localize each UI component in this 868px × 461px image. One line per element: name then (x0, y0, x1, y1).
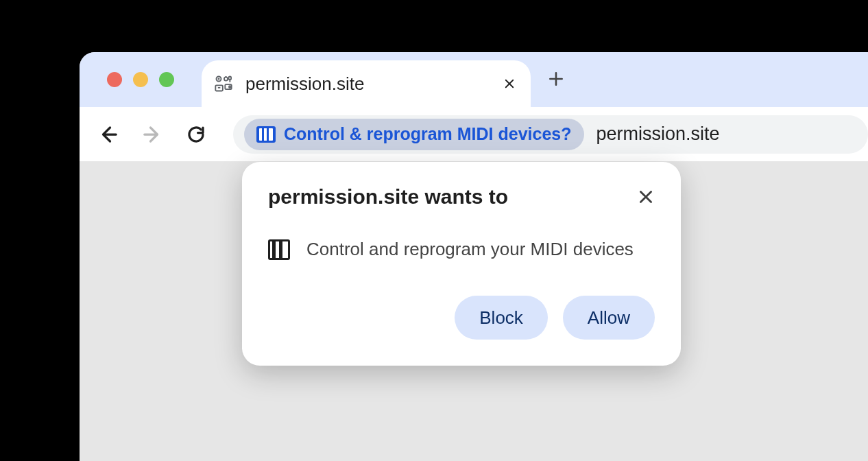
close-tab-button[interactable] (501, 75, 518, 93)
window-controls (107, 72, 174, 87)
block-button[interactable]: Block (455, 296, 548, 340)
permission-chip-label: Control & reprogram MIDI devices? (284, 124, 572, 144)
forward-button[interactable] (140, 122, 165, 147)
midi-icon (268, 239, 290, 260)
tab-title: permission.site (245, 73, 488, 95)
permission-popup: permission.site wants to Control and rep… (242, 162, 681, 366)
browser-window: permission.site (80, 52, 868, 461)
permission-chip[interactable]: Control & reprogram MIDI devices? (244, 119, 584, 150)
svg-point-2 (224, 77, 228, 80)
allow-button[interactable]: Allow (563, 296, 655, 340)
tab-strip: permission.site (80, 52, 868, 107)
svg-point-6 (229, 86, 231, 88)
site-permissions-icon (214, 74, 233, 93)
browser-tab[interactable]: permission.site (202, 60, 531, 107)
close-window-button[interactable] (107, 72, 122, 87)
maximize-window-button[interactable] (159, 72, 174, 87)
midi-icon (256, 126, 276, 143)
url-text: permission.site (596, 123, 720, 145)
popup-title: permission.site wants to (268, 185, 508, 209)
address-bar[interactable]: Control & reprogram MIDI devices? permis… (233, 115, 868, 154)
toolbar: Control & reprogram MIDI devices? permis… (80, 107, 868, 162)
close-icon[interactable] (637, 188, 655, 206)
new-tab-button[interactable] (547, 70, 565, 88)
svg-rect-3 (229, 77, 232, 80)
permission-description: Control and reprogram your MIDI devices (306, 239, 634, 260)
svg-point-1 (218, 78, 219, 79)
reload-button[interactable] (184, 122, 208, 147)
minimize-window-button[interactable] (133, 72, 148, 87)
back-button[interactable] (96, 122, 121, 147)
